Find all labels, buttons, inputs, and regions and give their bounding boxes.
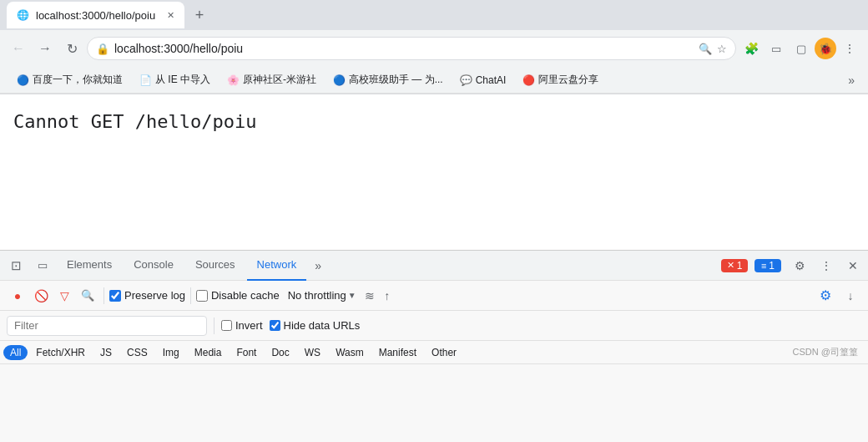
type-filter-ws[interactable]: WS — [298, 345, 327, 360]
type-filter-media[interactable]: Media — [188, 345, 229, 360]
search-icon: 🔍 — [81, 289, 94, 302]
page-content: Cannot GET /hello/poiu — [0, 94, 868, 250]
invert-text: Invert — [235, 319, 263, 332]
tab-network-label: Network — [257, 258, 297, 271]
reload-button[interactable]: ↻ — [60, 37, 83, 60]
bookmark-icon-4: 💬 — [460, 74, 472, 86]
search-in-page-icon[interactable]: 🔍 — [699, 43, 712, 55]
devtools-tab-bar: ⊡ ▭ Elements Console Sources Network » ✕… — [0, 251, 868, 281]
invert-checkbox[interactable] — [221, 320, 232, 331]
bookmark-item-1[interactable]: 📄 从 IE 中导入 — [133, 71, 217, 89]
devtools-more-button[interactable]: ⋮ — [815, 254, 838, 277]
devtools-close-button[interactable]: ✕ — [841, 254, 865, 277]
network-gear-icon[interactable]: ⚙ — [820, 287, 831, 303]
error-badge[interactable]: ✕ 1 — [721, 259, 748, 272]
active-tab[interactable]: 🌐 localhost:3000/hello/poiu ✕ — [7, 2, 184, 28]
record-button[interactable]: ● — [7, 285, 28, 307]
filter-input[interactable] — [7, 316, 207, 336]
bookmark-item-5[interactable]: 🔴 阿里云盘分享 — [516, 71, 605, 89]
bookmark-icon[interactable]: ☆ — [717, 43, 727, 55]
devtools-inspect-button[interactable]: ⊡ — [3, 253, 28, 278]
download-button[interactable]: ↓ — [840, 285, 861, 307]
back-icon: ← — [12, 41, 25, 56]
filter-icon: ▽ — [60, 289, 69, 302]
menu-icon: ⋮ — [844, 42, 855, 55]
bookmark-label-4: ChatAI — [476, 74, 507, 86]
new-tab-btn[interactable]: + — [188, 3, 211, 27]
window-icon: ▢ — [796, 43, 806, 55]
devtools-tabs-more[interactable]: » — [308, 259, 328, 272]
bookmark-item-3[interactable]: 🔵 高校班级助手 — 为... — [326, 71, 450, 89]
bookmark-item-2[interactable]: 🌸 原神社区-米游社 — [220, 71, 323, 89]
address-bar[interactable]: 🔒 localhost:3000/hello/poiu 🔍 ☆ — [87, 37, 736, 60]
extensions-button[interactable]: 🧩 — [739, 37, 763, 60]
preserve-log-label[interactable]: Preserve log — [109, 289, 185, 302]
nav-bar: ← → ↻ 🔒 localhost:3000/hello/poiu 🔍 ☆ 🧩 … — [0, 30, 868, 67]
throttle-select[interactable]: No throttling ▼ — [281, 287, 363, 303]
tab-close-icon[interactable]: ✕ — [167, 10, 174, 21]
disable-cache-checkbox[interactable] — [196, 290, 208, 302]
hide-data-urls-checkbox[interactable] — [270, 320, 280, 331]
bookmark-icon-1: 📄 — [139, 74, 152, 86]
devtools-tab-elements[interactable]: Elements — [57, 251, 122, 281]
menu-button[interactable]: ⋮ — [838, 37, 861, 60]
bookmark-item-0[interactable]: 🔵 百度一下，你就知道 — [10, 71, 129, 89]
upload-button[interactable]: ↑ — [376, 285, 398, 307]
devtools-settings-button[interactable]: ⚙ — [788, 254, 811, 277]
console-badge[interactable]: ≡ 1 — [754, 259, 781, 272]
bookmark-label-2: 原神社区-米游社 — [243, 73, 316, 87]
type-filter-all[interactable]: All — [3, 345, 28, 360]
throttle-label: No throttling — [288, 289, 346, 302]
extensions-icon: 🧩 — [744, 42, 759, 55]
back-button[interactable]: ← — [7, 37, 30, 60]
type-filter-doc[interactable]: Doc — [265, 345, 295, 360]
type-filter-js[interactable]: JS — [93, 345, 119, 360]
type-filter-css[interactable]: CSS — [120, 345, 154, 360]
stop-button[interactable]: 🚫 — [30, 285, 52, 307]
devtools-tab-network[interactable]: Network — [247, 251, 307, 281]
error-badge-x: ✕ — [727, 260, 734, 271]
disable-cache-text: Disable cache — [211, 289, 280, 302]
device-icon: ▭ — [38, 259, 48, 272]
devtools-device-button[interactable]: ▭ — [30, 253, 55, 278]
bookmark-label-3: 高校班级助手 — 为... — [349, 73, 443, 87]
type-filter-fetch-xhr[interactable]: Fetch/XHR — [29, 345, 92, 360]
hide-data-urls-label[interactable]: Hide data URLs — [270, 319, 361, 332]
profile-button[interactable]: 🐞 — [815, 38, 836, 59]
csdn-watermark: CSDN @司篁篁 — [793, 346, 865, 358]
type-filter-img[interactable]: Img — [156, 345, 186, 360]
bookmark-icon-0: 🔵 — [17, 74, 29, 86]
network-filter-row: Invert Hide data URLs — [0, 311, 868, 341]
tab-console-label: Console — [134, 258, 174, 271]
bookmark-item-4[interactable]: 💬 ChatAI — [453, 73, 513, 88]
download-icon: ↓ — [848, 289, 854, 302]
reload-icon: ↻ — [67, 41, 78, 57]
type-filter-wasm[interactable]: Wasm — [329, 345, 371, 360]
cast-icon: ▭ — [771, 43, 781, 55]
console-badge-count: 1 — [769, 260, 775, 272]
profile-icon: 🐞 — [819, 43, 832, 55]
window-button[interactable]: ▢ — [790, 37, 813, 60]
type-filter-other[interactable]: Other — [425, 345, 463, 360]
error-badge-count: 1 — [737, 260, 743, 272]
throttle-arrow-icon: ▼ — [348, 291, 356, 300]
cast-button[interactable]: ▭ — [765, 37, 788, 60]
bookmarks-more-button[interactable]: » — [845, 72, 858, 89]
devtools-tab-console[interactable]: Console — [124, 251, 184, 281]
type-filter-font[interactable]: Font — [230, 345, 263, 360]
filter-icon-button[interactable]: ▽ — [53, 285, 75, 307]
bookmark-icon-2: 🌸 — [227, 74, 240, 86]
invert-label[interactable]: Invert — [221, 319, 263, 332]
toolbar-separator-1 — [103, 287, 104, 304]
disable-cache-label[interactable]: Disable cache — [196, 289, 280, 302]
type-filters-row: All Fetch/XHR JS CSS Img Media Font Doc … — [0, 341, 868, 364]
type-filter-manifest[interactable]: Manifest — [372, 345, 423, 360]
search-button[interactable]: 🔍 — [77, 285, 98, 307]
devtools-tab-sources[interactable]: Sources — [185, 251, 245, 281]
upload-icon: ↑ — [384, 289, 390, 302]
preserve-log-checkbox[interactable] — [109, 290, 121, 302]
forward-button[interactable]: → — [33, 37, 57, 60]
hide-data-urls-text: Hide data URLs — [284, 319, 361, 332]
bookmarks-bar: 🔵 百度一下，你就知道 📄 从 IE 中导入 🌸 原神社区-米游社 🔵 高校班级… — [0, 67, 868, 94]
error-message: Cannot GET /hello/poiu — [13, 111, 256, 132]
